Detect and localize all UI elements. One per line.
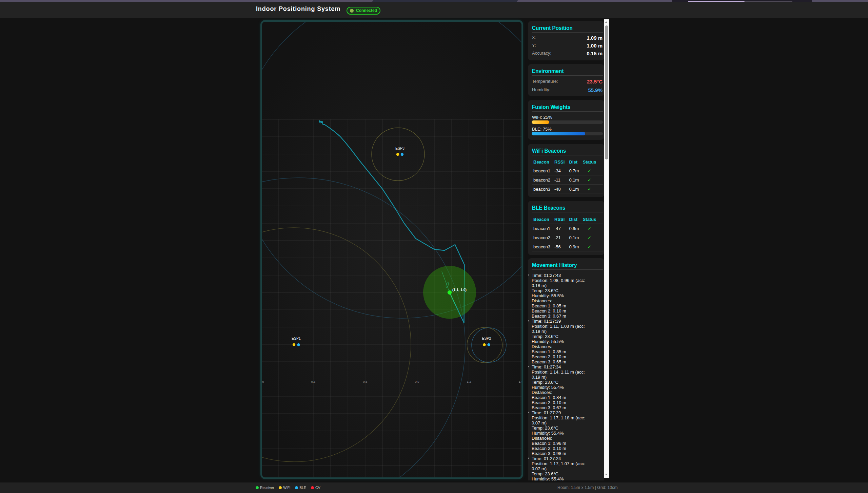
- svg-text:0.6: 0.6: [363, 380, 367, 383]
- svg-text:0: 0: [262, 380, 264, 383]
- svg-text:0.3: 0.3: [311, 380, 315, 383]
- svg-text:1.2: 1.2: [467, 380, 471, 383]
- svg-text:ESP2: ESP2: [482, 336, 491, 340]
- svg-text:(1.1, 1.0): (1.1, 1.0): [452, 288, 467, 292]
- svg-text:1.5: 1.5: [518, 380, 523, 383]
- svg-text:ESP1: ESP1: [292, 336, 301, 340]
- svg-text:ESP3: ESP3: [395, 146, 405, 150]
- svg-text:0.9: 0.9: [415, 380, 419, 383]
